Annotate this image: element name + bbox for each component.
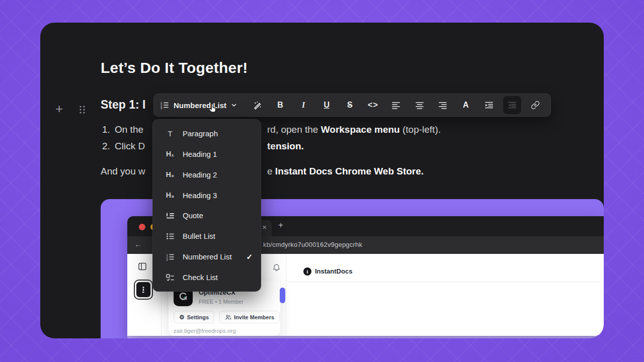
list-marker: 1.	[102, 124, 115, 135]
settings-button[interactable]: ⚙ Settings	[174, 311, 214, 323]
ai-wand-button[interactable]	[248, 96, 266, 114]
numbered-list-icon: 123	[160, 101, 169, 110]
gear-icon: ⚙	[179, 314, 185, 320]
vertical-divider	[286, 254, 286, 336]
workspace-plan: FREE • 1 Member	[199, 299, 244, 305]
check-list-icon	[165, 273, 176, 282]
bold-button[interactable]: B	[271, 96, 289, 114]
numbered-list-icon: 123	[165, 252, 176, 261]
list-marker: 2.	[102, 141, 115, 152]
check-icon: ✓	[246, 252, 253, 261]
menu-item-bullet-list[interactable]: Bullet List	[153, 226, 261, 246]
align-center-icon	[415, 101, 424, 110]
screenshot-stage: Let’s Do It Together! + Step 1: I 1.On t…	[0, 0, 644, 362]
bell-icon[interactable]	[272, 263, 281, 273]
menu-item-heading-1[interactable]: H₁ Heading 1	[153, 144, 261, 164]
strikethrough-button[interactable]: S	[341, 96, 359, 114]
heading-1-icon: H₁	[165, 150, 176, 158]
list-item-continued: tension.	[267, 141, 304, 152]
menu-item-paragraph[interactable]: T Paragraph	[153, 123, 261, 144]
chevron-down-icon	[231, 102, 237, 108]
cursor-pointer-icon	[206, 102, 218, 117]
menu-item-check-list[interactable]: Check List	[153, 267, 261, 288]
sidebar-toggle-icon[interactable]	[137, 261, 147, 272]
heading-3-icon: H₃	[165, 191, 176, 199]
outdent-button[interactable]	[503, 96, 521, 114]
panel-bottom-highlight	[127, 336, 604, 338]
add-block-button[interactable]: +	[55, 102, 63, 115]
list-item: 2.Click D	[102, 141, 145, 152]
menu-item-quote[interactable]: Quote	[153, 206, 261, 226]
toolbar-buttons: B I U S <> A	[248, 96, 544, 114]
horizontal-divider	[286, 282, 604, 282]
align-right-icon	[438, 101, 447, 110]
extension-button[interactable]	[134, 280, 153, 300]
list-item-continued: rd, open the Workspace menu (top-left).	[267, 124, 441, 135]
editor-card: Let’s Do It Together! + Step 1: I 1.On t…	[40, 23, 604, 338]
instantdocs-logo: i	[303, 267, 311, 276]
step-heading: Step 1: I	[101, 98, 145, 112]
link-button[interactable]	[526, 96, 544, 114]
people-icon	[225, 314, 231, 320]
quote-icon	[165, 211, 176, 220]
instantdocs-extension-icon	[136, 282, 150, 297]
paragraph-text-continued: e Instant Docs Chrome Web Store.	[267, 166, 424, 177]
align-right-button[interactable]	[434, 96, 452, 114]
svg-text:3: 3	[160, 107, 162, 110]
underline-button[interactable]: U	[317, 96, 336, 114]
outdent-icon	[508, 101, 517, 110]
bullet-list-icon	[165, 232, 176, 241]
app-title: InstantDocs	[315, 267, 352, 275]
indent-button[interactable]	[480, 96, 498, 114]
align-left-icon	[391, 101, 400, 110]
url-text[interactable]: kb/cmdyrko7u000162v9gepgcrhk	[263, 241, 362, 248]
menu-item-numbered-list[interactable]: 123 Numbered List ✓	[153, 246, 261, 267]
tab-close-icon[interactable]: ×	[262, 223, 267, 231]
close-window-button[interactable]	[139, 224, 145, 230]
align-left-button[interactable]	[387, 96, 405, 114]
list-item: 1.On the	[102, 124, 143, 135]
drag-handle-icon[interactable]	[78, 105, 86, 117]
menu-item-heading-2[interactable]: H₂ Heading 2	[153, 164, 261, 185]
link-icon	[531, 101, 540, 110]
account-email: zair.tiger@freedrops.org	[174, 328, 236, 334]
align-center-button[interactable]	[411, 96, 429, 114]
invite-members-button[interactable]: Invite Members	[219, 311, 280, 323]
ai-wand-icon	[253, 101, 262, 110]
back-button[interactable]: ←	[134, 240, 142, 248]
paragraph-text: And you w	[101, 166, 145, 177]
accent-pill	[280, 288, 285, 303]
block-type-label: Numbered List	[174, 101, 226, 110]
paragraph-icon: T	[165, 129, 176, 138]
block-type-dropdown-button[interactable]: 123 Numbered List	[160, 101, 237, 110]
svg-text:3: 3	[167, 258, 168, 261]
heading-2-icon: H₂	[165, 170, 176, 178]
text-color-button[interactable]: A	[457, 96, 475, 114]
block-type-menu: T Paragraph H₁ Heading 1 H₂ Heading 2 H₃…	[152, 119, 261, 292]
menu-item-heading-3[interactable]: H₃ Heading 3	[153, 185, 261, 206]
page-title: Let’s Do It Together!	[101, 59, 248, 76]
italic-button[interactable]: I	[294, 96, 312, 114]
code-button[interactable]: <>	[364, 96, 382, 114]
new-tab-button[interactable]: +	[278, 220, 283, 230]
indent-icon	[485, 101, 494, 110]
